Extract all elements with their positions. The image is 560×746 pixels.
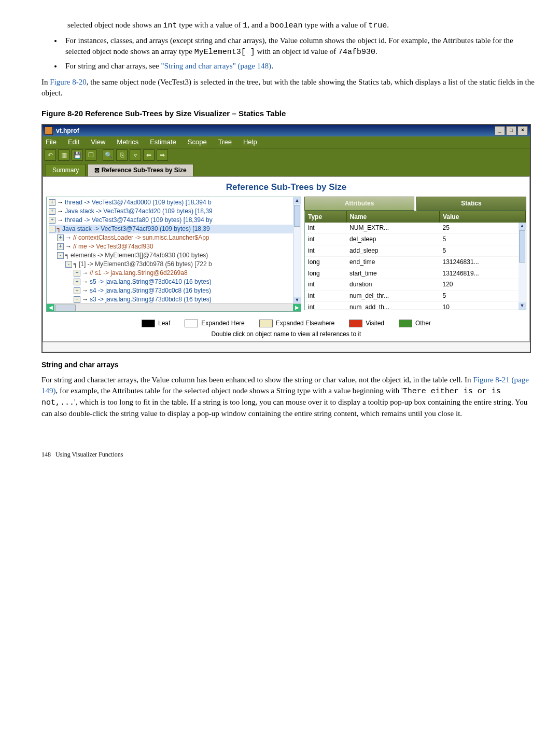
- expanded-elsewhere-swatch-icon: [259, 320, 273, 327]
- code-one: 1: [243, 21, 247, 30]
- tree-row[interactable]: -┑[1] -> MyElement3@73d0b978 (56 bytes) …: [49, 260, 300, 269]
- toolbar: ↶ ▥ 💾 ❐ 🔍 ⎘ ▿ ⬅ ➡: [43, 148, 530, 162]
- code-int: int: [163, 21, 177, 30]
- table-row[interactable]: longstart_time131246819...: [305, 268, 526, 279]
- code-boolean: boolean: [270, 21, 303, 30]
- menu-tree[interactable]: Tree: [218, 137, 232, 147]
- text: , the same object node (VecTest3) is sel…: [41, 78, 535, 97]
- expand-icon[interactable]: +: [49, 217, 55, 224]
- copy-icon[interactable]: ❐: [85, 149, 96, 161]
- tree-row[interactable]: +→s4 -> java.lang.String@73d0c0c8 (16 by…: [49, 286, 300, 295]
- tree-row-selected[interactable]: -┑Java stack -> VecTest3@74acf930 (109 b…: [49, 225, 300, 233]
- text: .: [387, 21, 389, 29]
- text: with an object id value of: [255, 47, 338, 56]
- open-icon[interactable]: ▥: [58, 149, 69, 161]
- collapse-icon[interactable]: -: [49, 226, 55, 232]
- table-row[interactable]: intNUM_EXTR...25: [305, 223, 526, 233]
- tab-attributes[interactable]: Attributes: [304, 197, 414, 211]
- menu-estimate[interactable]: Estimate: [150, 137, 176, 147]
- tab-statics[interactable]: Statics: [416, 197, 526, 211]
- menu-help[interactable]: Help: [243, 137, 257, 147]
- col-name[interactable]: Name: [346, 211, 439, 223]
- collapse-icon[interactable]: -: [65, 261, 72, 268]
- table-vertical-scrollbar[interactable]: ▲ ▼: [519, 223, 526, 310]
- statics-table-wrap: Type Name Value intNUM_EXTR...25 intdel_…: [304, 211, 526, 310]
- scroll-up-icon[interactable]: ▲: [293, 197, 301, 204]
- tree-row[interactable]: +→s5 -> java.lang.String@73d0c410 (16 by…: [49, 278, 300, 286]
- tree-row[interactable]: +→thread -> VecTest3@74acfa80 (109 bytes…: [49, 216, 300, 225]
- scroll-thumb[interactable]: [55, 305, 76, 312]
- tree-row[interactable]: +→// contextClassLoader -> sun.misc.Laun…: [49, 233, 300, 242]
- col-type[interactable]: Type: [305, 211, 346, 223]
- find-icon[interactable]: 🔍: [103, 149, 114, 161]
- menu-view[interactable]: View: [91, 137, 105, 147]
- tree-row[interactable]: +→Java stack -> VecTest3@74acfd20 (109 b…: [49, 207, 300, 216]
- undo-icon[interactable]: ↶: [45, 149, 56, 161]
- table-row[interactable]: intdel_sleep5: [305, 234, 526, 245]
- text: type with a value of: [303, 21, 369, 29]
- scroll-right-icon[interactable]: ▶: [293, 304, 301, 311]
- figure-8-20-link[interactable]: Figure 8-20: [50, 78, 86, 86]
- table-row[interactable]: intnum_add_th...10: [305, 301, 526, 310]
- text: , and a: [247, 21, 270, 29]
- expand-icon[interactable]: +: [74, 279, 80, 285]
- scroll-thumb[interactable]: [294, 205, 300, 227]
- table-row[interactable]: intadd_sleep5: [305, 245, 526, 256]
- footer-label: Using Visualizer Functions: [55, 451, 123, 458]
- save-icon[interactable]: 💾: [72, 149, 83, 161]
- menu-metrics[interactable]: Metrics: [117, 137, 138, 147]
- expand-icon[interactable]: +: [49, 208, 55, 215]
- menu-file[interactable]: File: [46, 137, 57, 147]
- tab-reference-subtrees[interactable]: ⊠ Reference Sub-Trees by Size: [88, 164, 193, 176]
- legend-other: Other: [399, 319, 431, 328]
- expand-icon[interactable]: +: [74, 287, 80, 294]
- text: In: [41, 78, 50, 86]
- tree-pane[interactable]: +→thread -> VecTest3@74ad0000 (109 bytes…: [46, 197, 301, 312]
- close-button[interactable]: ×: [517, 126, 528, 135]
- expand-icon[interactable]: +: [57, 243, 64, 250]
- scroll-down-icon[interactable]: ▼: [293, 297, 301, 304]
- menu-edit[interactable]: Edit: [68, 137, 79, 147]
- export-icon[interactable]: ⎘: [116, 149, 128, 161]
- app-icon: [45, 127, 53, 135]
- col-value[interactable]: Value: [440, 211, 526, 223]
- tree-vertical-scrollbar[interactable]: ▲ ▼: [293, 197, 301, 304]
- tab-summary[interactable]: Summary: [46, 164, 86, 176]
- figure-title: Figure 8-20 Reference Sub-Trees by Size …: [41, 108, 539, 119]
- menu-scope[interactable]: Scope: [188, 137, 207, 147]
- text: .: [375, 47, 377, 56]
- collapse-icon[interactable]: -: [57, 252, 64, 259]
- expand-icon[interactable]: +: [74, 270, 80, 277]
- tree-row[interactable]: +→// me -> VecTest3@74acf930: [49, 242, 300, 251]
- tree-row[interactable]: +→// s1 -> java.lang.String@6d2269a8: [49, 269, 300, 278]
- tree-row[interactable]: +→s3 -> java.lang.String@73d0bdc8 (16 by…: [49, 295, 300, 304]
- title-bar[interactable]: vt.hprof _ □ ×: [43, 125, 530, 136]
- filter-icon[interactable]: ▿: [130, 149, 141, 161]
- scroll-down-icon[interactable]: ▼: [519, 302, 526, 310]
- tree-row[interactable]: +→thread -> VecTest3@74ad0000 (109 bytes…: [49, 198, 300, 207]
- text: For string and character arrays, the Val…: [41, 376, 473, 384]
- minimize-button[interactable]: _: [495, 126, 505, 135]
- expand-icon[interactable]: +: [57, 234, 64, 241]
- visited-swatch-icon: [349, 320, 362, 327]
- scroll-thumb[interactable]: [519, 230, 525, 263]
- tree-horizontal-scrollbar[interactable]: ◀ ▶: [47, 303, 301, 311]
- string-char-arrays-link[interactable]: "String and char arrays" (page 148): [161, 62, 272, 70]
- legend: Leaf Expanded Here Expanded Elsewhere Vi…: [43, 315, 529, 330]
- tree-row[interactable]: -┑elements -> MyElement3[]@74afb930 (100…: [49, 251, 300, 260]
- scroll-left-icon[interactable]: ◀: [47, 304, 54, 311]
- expand-icon[interactable]: +: [74, 296, 80, 303]
- expand-icon[interactable]: +: [49, 199, 55, 206]
- text: For string and char arrays, see: [65, 62, 161, 70]
- other-swatch-icon: [399, 320, 412, 327]
- main-split: +→thread -> VecTest3@74ad0000 (109 bytes…: [43, 197, 529, 315]
- paragraph-tail: selected object node shows an int type w…: [67, 20, 539, 31]
- table-row[interactable]: intduration120: [305, 279, 526, 291]
- scroll-up-icon[interactable]: ▲: [519, 223, 526, 230]
- maximize-button[interactable]: □: [506, 126, 516, 135]
- forward-icon[interactable]: ➡: [157, 149, 168, 161]
- back-icon[interactable]: ⬅: [143, 149, 155, 161]
- hint-text: Double click on object name to view all …: [43, 330, 529, 342]
- table-row[interactable]: longend_time131246831...: [305, 256, 526, 268]
- table-row[interactable]: intnum_del_thr...5: [305, 291, 526, 302]
